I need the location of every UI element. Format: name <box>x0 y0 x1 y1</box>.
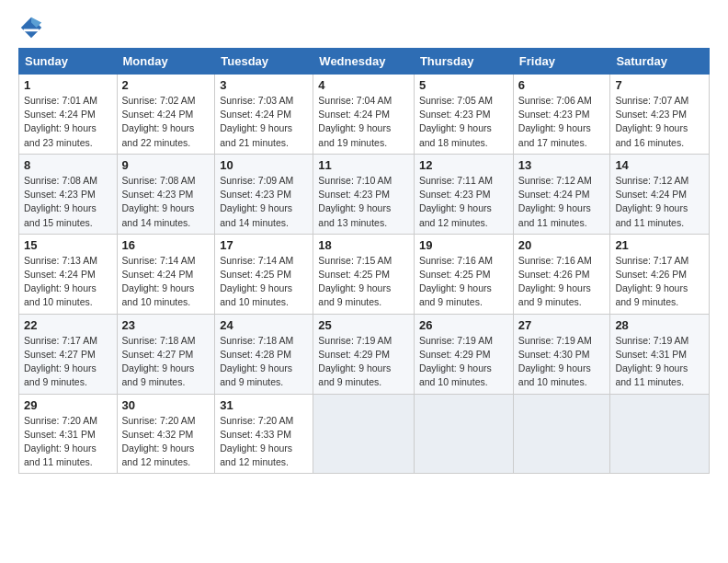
day-info: Sunrise: 7:18 AMSunset: 4:27 PMDaylight:… <box>122 335 196 388</box>
calendar-cell: 14 Sunrise: 7:12 AMSunset: 4:24 PMDaylig… <box>610 154 710 234</box>
calendar-cell: 29 Sunrise: 7:20 AMSunset: 4:31 PMDaylig… <box>19 394 118 474</box>
day-number: 26 <box>419 318 508 332</box>
day-info: Sunrise: 7:06 AMSunset: 4:23 PMDaylight:… <box>518 95 592 148</box>
calendar-cell: 8 Sunrise: 7:08 AMSunset: 4:23 PMDayligh… <box>19 154 118 234</box>
calendar-cell: 11 Sunrise: 7:10 AMSunset: 4:23 PMDaylig… <box>313 154 415 234</box>
calendar-cell: 18 Sunrise: 7:15 AMSunset: 4:25 PMDaylig… <box>313 234 415 314</box>
day-number: 3 <box>220 78 308 92</box>
day-info: Sunrise: 7:19 AMSunset: 4:29 PMDaylight:… <box>318 335 392 388</box>
day-info: Sunrise: 7:11 AMSunset: 4:23 PMDaylight:… <box>419 175 493 228</box>
day-number: 30 <box>122 398 210 412</box>
day-number: 20 <box>518 238 606 252</box>
calendar-cell: 19 Sunrise: 7:16 AMSunset: 4:25 PMDaylig… <box>414 234 513 314</box>
day-number: 13 <box>518 158 606 172</box>
day-info: Sunrise: 7:16 AMSunset: 4:26 PMDaylight:… <box>518 255 592 308</box>
calendar-cell: 7 Sunrise: 7:07 AMSunset: 4:23 PMDayligh… <box>610 75 710 155</box>
calendar-cell: 4 Sunrise: 7:04 AMSunset: 4:24 PMDayligh… <box>313 75 415 155</box>
day-number: 24 <box>220 318 308 332</box>
calendar-cell: 1 Sunrise: 7:01 AMSunset: 4:24 PMDayligh… <box>19 75 118 155</box>
day-number: 27 <box>518 318 606 332</box>
calendar-header-row: SundayMondayTuesdayWednesdayThursdayFrid… <box>19 49 710 75</box>
calendar-cell <box>414 394 513 474</box>
calendar-header-sunday: Sunday <box>19 49 118 75</box>
calendar-header-friday: Friday <box>513 49 610 75</box>
day-number: 11 <box>318 158 409 172</box>
day-number: 28 <box>615 318 704 332</box>
day-number: 4 <box>318 78 409 92</box>
day-number: 19 <box>419 238 508 252</box>
calendar-header-monday: Monday <box>117 49 215 75</box>
day-info: Sunrise: 7:14 AMSunset: 4:25 PMDaylight:… <box>220 255 293 308</box>
day-info: Sunrise: 7:16 AMSunset: 4:25 PMDaylight:… <box>419 255 493 308</box>
day-info: Sunrise: 7:08 AMSunset: 4:23 PMDaylight:… <box>24 175 97 228</box>
calendar-cell: 15 Sunrise: 7:13 AMSunset: 4:24 PMDaylig… <box>19 234 118 314</box>
day-info: Sunrise: 7:05 AMSunset: 4:23 PMDaylight:… <box>419 95 493 148</box>
calendar-cell: 20 Sunrise: 7:16 AMSunset: 4:26 PMDaylig… <box>513 234 610 314</box>
day-info: Sunrise: 7:07 AMSunset: 4:23 PMDaylight:… <box>615 95 688 148</box>
day-number: 23 <box>122 318 210 332</box>
day-info: Sunrise: 7:20 AMSunset: 4:32 PMDaylight:… <box>122 415 196 468</box>
day-info: Sunrise: 7:20 AMSunset: 4:31 PMDaylight:… <box>24 415 97 468</box>
calendar-cell: 31 Sunrise: 7:20 AMSunset: 4:33 PMDaylig… <box>215 394 313 474</box>
day-number: 10 <box>220 158 308 172</box>
calendar-cell: 2 Sunrise: 7:02 AMSunset: 4:24 PMDayligh… <box>117 75 215 155</box>
day-info: Sunrise: 7:01 AMSunset: 4:24 PMDaylight:… <box>24 95 97 148</box>
logo-icon <box>18 15 44 40</box>
day-info: Sunrise: 7:19 AMSunset: 4:31 PMDaylight:… <box>615 335 688 388</box>
day-info: Sunrise: 7:04 AMSunset: 4:24 PMDaylight:… <box>318 95 392 148</box>
calendar-cell: 10 Sunrise: 7:09 AMSunset: 4:23 PMDaylig… <box>215 154 313 234</box>
calendar-cell: 23 Sunrise: 7:18 AMSunset: 4:27 PMDaylig… <box>117 314 215 394</box>
day-info: Sunrise: 7:19 AMSunset: 4:30 PMDaylight:… <box>518 335 592 388</box>
calendar-cell: 30 Sunrise: 7:20 AMSunset: 4:32 PMDaylig… <box>117 394 215 474</box>
calendar-week-1: 1 Sunrise: 7:01 AMSunset: 4:24 PMDayligh… <box>19 75 710 155</box>
calendar-cell: 17 Sunrise: 7:14 AMSunset: 4:25 PMDaylig… <box>215 234 313 314</box>
day-number: 9 <box>122 158 210 172</box>
day-info: Sunrise: 7:17 AMSunset: 4:26 PMDaylight:… <box>615 255 688 308</box>
calendar-cell: 21 Sunrise: 7:17 AMSunset: 4:26 PMDaylig… <box>610 234 710 314</box>
calendar-cell: 5 Sunrise: 7:05 AMSunset: 4:23 PMDayligh… <box>414 75 513 155</box>
calendar-week-3: 15 Sunrise: 7:13 AMSunset: 4:24 PMDaylig… <box>19 234 710 314</box>
calendar-header-saturday: Saturday <box>610 49 710 75</box>
day-number: 17 <box>220 238 308 252</box>
calendar-header-thursday: Thursday <box>414 49 513 75</box>
day-number: 8 <box>24 158 112 172</box>
calendar-cell: 6 Sunrise: 7:06 AMSunset: 4:23 PMDayligh… <box>513 75 610 155</box>
calendar-cell <box>610 394 710 474</box>
day-info: Sunrise: 7:12 AMSunset: 4:24 PMDaylight:… <box>518 175 592 228</box>
calendar-cell: 12 Sunrise: 7:11 AMSunset: 4:23 PMDaylig… <box>414 154 513 234</box>
calendar-week-2: 8 Sunrise: 7:08 AMSunset: 4:23 PMDayligh… <box>19 154 710 234</box>
day-info: Sunrise: 7:19 AMSunset: 4:29 PMDaylight:… <box>419 335 493 388</box>
calendar-week-4: 22 Sunrise: 7:17 AMSunset: 4:27 PMDaylig… <box>19 314 710 394</box>
calendar-cell: 9 Sunrise: 7:08 AMSunset: 4:23 PMDayligh… <box>117 154 215 234</box>
day-number: 22 <box>24 318 112 332</box>
calendar-header-wednesday: Wednesday <box>313 49 415 75</box>
day-info: Sunrise: 7:13 AMSunset: 4:24 PMDaylight:… <box>24 255 97 308</box>
day-info: Sunrise: 7:12 AMSunset: 4:24 PMDaylight:… <box>615 175 688 228</box>
calendar-cell: 25 Sunrise: 7:19 AMSunset: 4:29 PMDaylig… <box>313 314 415 394</box>
header <box>18 15 710 40</box>
day-info: Sunrise: 7:03 AMSunset: 4:24 PMDaylight:… <box>220 95 293 148</box>
calendar-cell: 27 Sunrise: 7:19 AMSunset: 4:30 PMDaylig… <box>513 314 610 394</box>
calendar-cell: 3 Sunrise: 7:03 AMSunset: 4:24 PMDayligh… <box>215 75 313 155</box>
day-number: 18 <box>318 238 409 252</box>
day-number: 1 <box>24 78 112 92</box>
day-number: 21 <box>615 238 704 252</box>
calendar-week-5: 29 Sunrise: 7:20 AMSunset: 4:31 PMDaylig… <box>19 394 710 474</box>
page-container: SundayMondayTuesdayWednesdayThursdayFrid… <box>0 0 728 483</box>
calendar-cell: 24 Sunrise: 7:18 AMSunset: 4:28 PMDaylig… <box>215 314 313 394</box>
day-info: Sunrise: 7:02 AMSunset: 4:24 PMDaylight:… <box>122 95 196 148</box>
calendar-cell: 26 Sunrise: 7:19 AMSunset: 4:29 PMDaylig… <box>414 314 513 394</box>
day-info: Sunrise: 7:08 AMSunset: 4:23 PMDaylight:… <box>122 175 196 228</box>
svg-rect-2 <box>24 29 40 31</box>
day-info: Sunrise: 7:15 AMSunset: 4:25 PMDaylight:… <box>318 255 392 308</box>
calendar-cell: 28 Sunrise: 7:19 AMSunset: 4:31 PMDaylig… <box>610 314 710 394</box>
calendar-table: SundayMondayTuesdayWednesdayThursdayFrid… <box>18 48 710 474</box>
day-number: 6 <box>518 78 606 92</box>
day-number: 7 <box>615 78 704 92</box>
day-info: Sunrise: 7:18 AMSunset: 4:28 PMDaylight:… <box>220 335 293 388</box>
day-info: Sunrise: 7:17 AMSunset: 4:27 PMDaylight:… <box>24 335 97 388</box>
day-info: Sunrise: 7:10 AMSunset: 4:23 PMDaylight:… <box>318 175 392 228</box>
calendar-cell <box>313 394 415 474</box>
logo <box>18 15 48 40</box>
calendar-cell <box>513 394 610 474</box>
